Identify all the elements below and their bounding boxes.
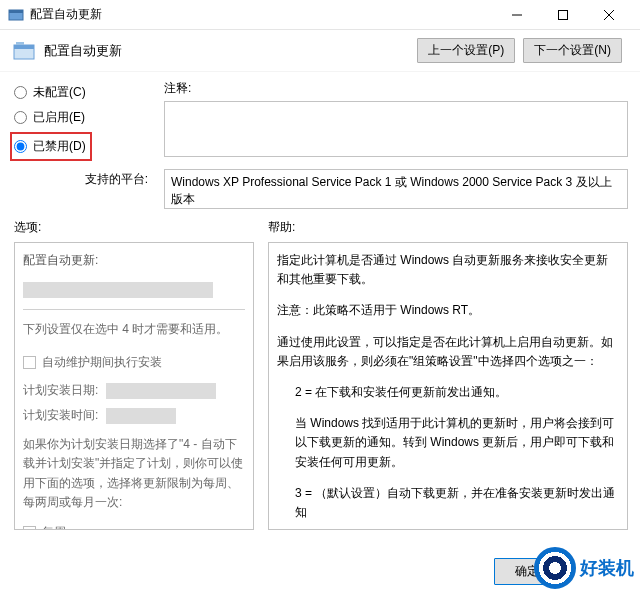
titlebar: 配置自动更新: [0, 0, 640, 30]
options-paragraph: 如果你为计划安装日期选择了"4 - 自动下载并计划安装"并指定了计划，则你可以使…: [23, 435, 245, 512]
svg-rect-3: [559, 10, 568, 19]
maximize-button[interactable]: [540, 0, 586, 30]
radio-not-configured[interactable]: 未配置(C): [14, 80, 154, 105]
help-heading: 帮助:: [268, 219, 628, 236]
radio-enabled[interactable]: 已启用(E): [14, 105, 154, 130]
platform-row: 支持的平台: Windows XP Professional Service P…: [0, 161, 640, 209]
plan-time-label: 计划安装时间:: [23, 408, 98, 422]
radio-disabled-label: 已禁用(D): [33, 138, 86, 155]
help-p6: 3 = （默认设置）自动下载更新，并在准备安装更新时发出通知: [277, 484, 619, 522]
checkbox-maintenance-label: 自动维护期间执行安装: [42, 353, 162, 372]
watermark-text: 好装机: [580, 556, 634, 580]
help-p1: 指定此计算机是否通过 Windows 自动更新服务来接收安全更新和其他重要下载。: [277, 251, 619, 289]
options-pane[interactable]: 配置自动更新: 下列设置仅在选中 4 时才需要和适用。 自动维护期间执行安装 计…: [14, 242, 254, 530]
help-pane[interactable]: 指定此计算机是否通过 Windows 自动更新服务来接收安全更新和其他重要下载。…: [268, 242, 628, 530]
checkbox-maintenance: 自动维护期间执行安装: [23, 350, 245, 375]
config-section: 未配置(C) 已启用(E) 已禁用(D) 注释:: [0, 72, 640, 161]
watermark-logo-icon: [534, 547, 576, 589]
checkbox-weekly-label: 每周: [42, 523, 66, 530]
help-p3: 通过使用此设置，可以指定是否在此计算机上启用自动更新。如果启用该服务，则必须在"…: [277, 333, 619, 371]
options-note: 下列设置仅在选中 4 时才需要和适用。: [23, 320, 245, 339]
radio-enabled-label: 已启用(E): [33, 109, 85, 126]
window-controls: [494, 0, 632, 30]
comment-textarea[interactable]: [164, 101, 628, 157]
options-title: 配置自动更新:: [23, 251, 245, 270]
radio-not-configured-label: 未配置(C): [33, 84, 86, 101]
minimize-button[interactable]: [494, 0, 540, 30]
help-p2: 注意：此策略不适用于 Windows RT。: [277, 301, 619, 320]
help-p5: 当 Windows 找到适用于此计算机的更新时，用户将会接到可以下载更新的通知。…: [277, 414, 619, 472]
next-setting-button[interactable]: 下一个设置(N): [523, 38, 622, 63]
disabled-dropdown: [23, 282, 213, 298]
radio-group: 未配置(C) 已启用(E) 已禁用(D): [14, 80, 154, 161]
prev-setting-button[interactable]: 上一个设置(P): [417, 38, 515, 63]
plan-date-label: 计划安装日期:: [23, 383, 98, 397]
comment-label: 注释:: [164, 80, 628, 97]
help-p4: 2 = 在下载和安装任何更新前发出通知。: [277, 383, 619, 402]
radio-not-configured-input[interactable]: [14, 86, 27, 99]
watermark: 好装机: [534, 547, 634, 589]
svg-rect-8: [16, 42, 24, 45]
radio-disabled-input[interactable]: [14, 140, 27, 153]
radio-enabled-input[interactable]: [14, 111, 27, 124]
platform-label: 支持的平台:: [14, 169, 154, 188]
platform-text: Windows XP Professional Service Pack 1 或…: [164, 169, 628, 209]
policy-title: 配置自动更新: [44, 42, 417, 60]
window-title: 配置自动更新: [30, 6, 494, 23]
close-button[interactable]: [586, 0, 632, 30]
radio-disabled[interactable]: 已禁用(D): [14, 136, 86, 157]
checkbox-icon: [23, 526, 36, 530]
columns: 选项: 配置自动更新: 下列设置仅在选中 4 时才需要和适用。 自动维护期间执行…: [0, 209, 640, 530]
highlighted-radio-box: 已禁用(D): [10, 132, 92, 161]
checkbox-icon: [23, 356, 36, 369]
svg-rect-7: [14, 45, 34, 49]
options-heading: 选项:: [14, 219, 254, 236]
policy-header: 配置自动更新 上一个设置(P) 下一个设置(N): [0, 30, 640, 72]
disabled-time-combo: [106, 408, 176, 424]
checkbox-weekly: 每周: [23, 520, 245, 530]
disabled-date-combo: [106, 383, 216, 399]
policy-icon: [12, 40, 36, 62]
separator: [23, 309, 245, 310]
svg-rect-1: [9, 10, 23, 13]
app-icon: [8, 7, 24, 23]
